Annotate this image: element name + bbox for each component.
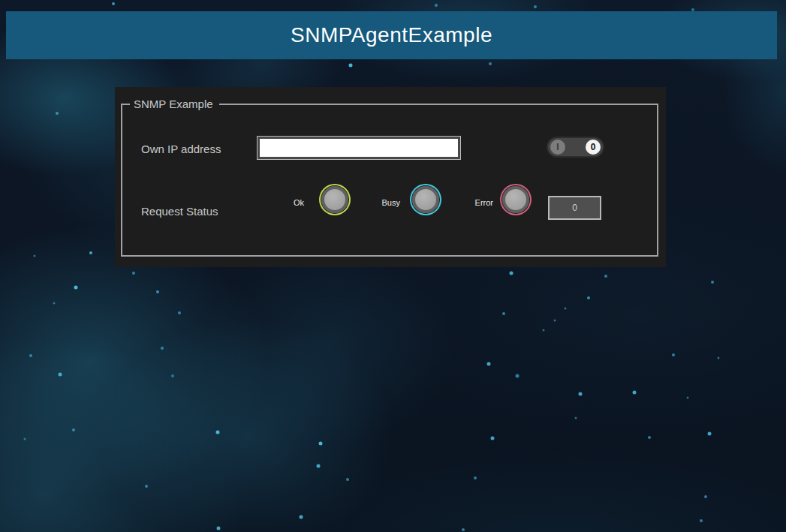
toggle-on-knob: I xyxy=(550,140,565,155)
led-indicator-error xyxy=(502,186,529,213)
request-count-display: 0 xyxy=(548,196,601,220)
toggle-off-knob: 0 xyxy=(586,140,601,155)
own-ip-label: Own IP address xyxy=(141,143,221,155)
page-title: SNMPAgentExample xyxy=(291,23,492,47)
request-status-label: Request Status xyxy=(141,205,218,218)
snmp-example-groupbox: SNMP Example xyxy=(121,104,658,257)
led-indicator-busy xyxy=(412,186,439,213)
title-bar: SNMPAgentExample xyxy=(6,11,777,59)
own-ip-input[interactable] xyxy=(257,137,460,159)
groupbox-label: SNMP Example xyxy=(130,97,219,112)
led-label-busy: Busy xyxy=(363,198,400,207)
power-toggle[interactable]: I 0 xyxy=(547,137,604,158)
particle-dots xyxy=(0,0,2,2)
led-label-ok: Ok xyxy=(273,198,304,207)
led-label-error: Error xyxy=(456,198,493,207)
desktop: { "header": { "title": "SNMPAgentExample… xyxy=(0,0,786,532)
led-indicator-ok xyxy=(321,186,348,213)
snmp-panel: SNMP Example Own IP address I 0 Request … xyxy=(115,87,666,267)
